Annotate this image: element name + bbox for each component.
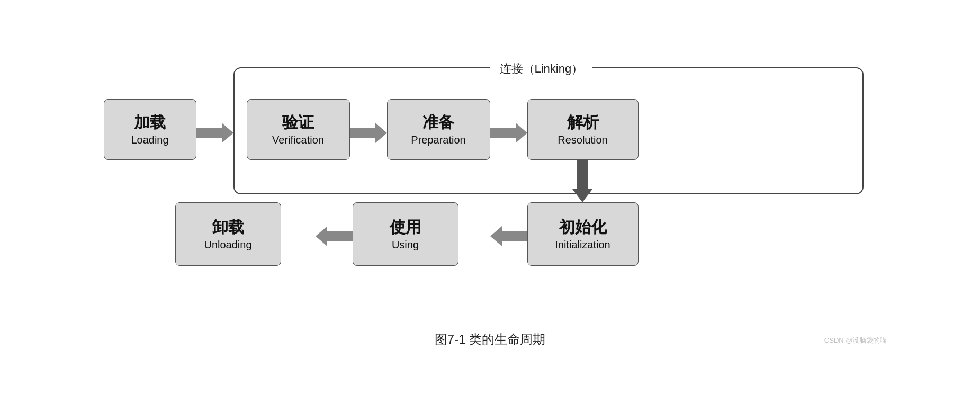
- preparation-box: 准备 Preparation: [387, 99, 490, 160]
- loading-en: Loading: [131, 132, 168, 147]
- initialization-en: Initialization: [555, 237, 610, 252]
- svg-marker-4: [490, 226, 527, 246]
- watermark: CSDN @没脑袋的喵: [824, 336, 887, 345]
- unloading-box: 卸载 Unloading: [175, 202, 281, 266]
- arrow-preparation-resolution: [490, 123, 527, 145]
- unloading-en: Unloading: [204, 237, 251, 252]
- arrow-using-unloading: [281, 226, 353, 248]
- using-box: 使用 Using: [353, 202, 458, 266]
- resolution-en: Resolution: [558, 132, 608, 147]
- preparation-en: Preparation: [411, 132, 465, 147]
- figure-caption: 图7-1 类的生命周期: [435, 331, 545, 348]
- resolution-zh: 解析: [567, 112, 599, 132]
- verification-zh: 验证: [282, 112, 314, 132]
- svg-marker-3: [572, 160, 592, 202]
- canvas: 加载 Loading 连接（Linking） 验证 Verification 准: [93, 46, 887, 348]
- arrow-loading-verification: [196, 123, 233, 145]
- resolution-box: 解析 Resolution: [527, 99, 639, 160]
- arrow-verification-preparation: [350, 123, 387, 145]
- using-en: Using: [392, 237, 419, 252]
- loading-box: 加载 Loading: [104, 99, 196, 160]
- arrow-resolution-initialization: [572, 160, 592, 204]
- verification-en: Verification: [272, 132, 324, 147]
- svg-marker-1: [350, 123, 387, 143]
- svg-marker-0: [196, 123, 233, 143]
- svg-marker-5: [316, 226, 353, 246]
- diagram: 加载 Loading 连接（Linking） 验证 Verification 准: [93, 46, 887, 348]
- verification-box: 验证 Verification: [247, 99, 350, 160]
- using-zh: 使用: [390, 217, 421, 237]
- loading-zh: 加载: [134, 112, 166, 132]
- preparation-zh: 准备: [422, 112, 454, 132]
- initialization-zh: 初始化: [559, 217, 607, 237]
- linking-title: 连接（Linking）: [490, 61, 593, 77]
- svg-marker-2: [490, 123, 527, 143]
- arrow-initialization-using: [458, 226, 527, 248]
- initialization-box: 初始化 Initialization: [527, 202, 639, 266]
- unloading-zh: 卸载: [212, 217, 244, 237]
